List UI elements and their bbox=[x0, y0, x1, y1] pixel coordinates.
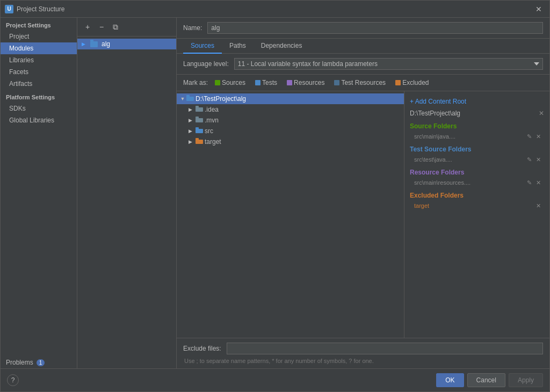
resource-folders-section: Resource Folders src\main\resources.... … bbox=[404, 165, 549, 188]
excluded-folder-icons: ✕ bbox=[534, 202, 542, 209]
apply-button[interactable]: Apply bbox=[509, 373, 543, 387]
main-split: ▼ D:\TestProject\alg ▶ bbox=[177, 91, 549, 338]
content-root-panel: + Add Content Root D:\TestProject\alg ✕ … bbox=[404, 91, 549, 338]
excluded-folder-path: target bbox=[414, 202, 534, 209]
sources-dot bbox=[215, 80, 220, 85]
root-folder-icon bbox=[186, 95, 194, 101]
bottom-section: Exclude files: Use ; to separate name pa… bbox=[177, 338, 549, 368]
svg-rect-8 bbox=[196, 140, 203, 144]
language-level-label: Language level: bbox=[183, 60, 229, 68]
tree-item-src[interactable]: ▶ src bbox=[177, 126, 404, 136]
sidebar-item-project[interactable]: Project bbox=[1, 31, 77, 42]
file-tree-panel: ▼ D:\TestProject\alg ▶ bbox=[177, 91, 404, 338]
module-folder-icon bbox=[90, 41, 98, 47]
svg-rect-9 bbox=[196, 138, 199, 140]
mark-test-resources-button[interactable]: Test Resources bbox=[331, 78, 388, 88]
excluded-folder-entry: target ✕ bbox=[410, 201, 544, 210]
svg-rect-6 bbox=[196, 129, 203, 133]
exclude-hint: Use ; to separate name patterns, * for a… bbox=[184, 358, 543, 364]
exclude-files-input[interactable] bbox=[227, 343, 543, 354]
resource-folder-icons: ✎ ✕ bbox=[525, 179, 542, 186]
mark-sources-button[interactable]: Sources bbox=[212, 78, 248, 88]
dialog-footer: ? OK Cancel Apply bbox=[1, 368, 549, 391]
resource-folder-edit-button[interactable]: ✎ bbox=[525, 179, 533, 186]
remove-content-root-button[interactable]: ✕ bbox=[539, 110, 544, 117]
tree-item-target[interactable]: ▶ target bbox=[177, 136, 404, 147]
sidebar-item-artifacts[interactable]: Artifacts bbox=[1, 78, 77, 90]
add-module-button[interactable]: + bbox=[82, 21, 93, 33]
test-source-folder-remove-button[interactable]: ✕ bbox=[534, 156, 542, 163]
src-arrow: ▶ bbox=[186, 128, 194, 134]
copy-module-button[interactable]: ⧉ bbox=[110, 21, 121, 33]
name-label: Name: bbox=[183, 24, 202, 32]
src-folder-icon bbox=[196, 127, 203, 133]
tab-sources[interactable]: Sources bbox=[183, 39, 222, 54]
main-content: Project Settings Project Modules Librari… bbox=[1, 18, 549, 368]
close-button[interactable]: ✕ bbox=[532, 3, 545, 16]
excluded-folder-remove-button[interactable]: ✕ bbox=[534, 202, 542, 209]
sidebar-item-libraries[interactable]: Libraries bbox=[1, 54, 77, 66]
source-folder-remove-button[interactable]: ✕ bbox=[534, 133, 542, 140]
dialog-title: Project Structure bbox=[17, 5, 532, 13]
target-arrow: ▶ bbox=[186, 139, 194, 144]
mark-as-row: Mark as: Sources Tests Resources Test Re… bbox=[177, 75, 549, 91]
svg-rect-2 bbox=[196, 107, 203, 112]
help-button[interactable]: ? bbox=[7, 374, 19, 386]
mvn-arrow: ▶ bbox=[186, 118, 194, 123]
tree-item-mvn[interactable]: ▶ .mvn bbox=[177, 115, 404, 126]
test-source-folder-edit-button[interactable]: ✎ bbox=[525, 156, 533, 163]
svg-rect-5 bbox=[196, 117, 199, 119]
sidebar-item-global-libraries[interactable]: Global Libraries bbox=[1, 114, 77, 126]
language-level-select[interactable]: 11 - Local variable syntax for lambda pa… bbox=[234, 58, 543, 70]
language-level-row: Language level: 11 - Local variable synt… bbox=[177, 54, 549, 75]
source-folder-icons: ✎ ✕ bbox=[525, 133, 542, 140]
module-item-alg[interactable]: ▶ alg bbox=[77, 39, 176, 49]
cancel-button[interactable]: Cancel bbox=[467, 373, 505, 387]
svg-rect-0 bbox=[186, 97, 194, 101]
name-input[interactable] bbox=[207, 22, 543, 34]
tests-dot bbox=[255, 80, 260, 85]
test-source-folder-icons: ✎ ✕ bbox=[525, 156, 542, 163]
sidebar-item-sdks[interactable]: SDKs bbox=[1, 103, 77, 114]
source-folders-title: Source Folders bbox=[410, 122, 544, 130]
project-structure-dialog: U Project Structure ✕ Project Settings P… bbox=[0, 0, 550, 392]
remove-module-button[interactable]: − bbox=[96, 21, 107, 33]
excluded-folders-title: Excluded Folders bbox=[410, 192, 544, 199]
sidebar: Project Settings Project Modules Librari… bbox=[1, 18, 77, 368]
resource-folder-remove-button[interactable]: ✕ bbox=[534, 179, 542, 186]
sidebar-item-facets[interactable]: Facets bbox=[1, 66, 77, 78]
test-source-folders-section: Test Source Folders src\test\java.... ✎ … bbox=[404, 142, 549, 165]
resource-folder-path: src\main\resources.... bbox=[414, 179, 525, 186]
idea-folder-icon bbox=[196, 106, 203, 112]
right-panel: Name: Sources Paths Dependencies Languag… bbox=[177, 18, 549, 368]
tab-paths[interactable]: Paths bbox=[222, 39, 254, 54]
resource-folder-entry: src\main\resources.... ✎ ✕ bbox=[410, 178, 544, 187]
test-resources-dot bbox=[334, 80, 339, 85]
resource-folders-title: Resource Folders bbox=[410, 169, 544, 176]
mark-as-label: Mark as: bbox=[183, 79, 208, 86]
idea-arrow: ▶ bbox=[186, 107, 194, 112]
svg-rect-1 bbox=[186, 95, 190, 97]
svg-rect-7 bbox=[196, 127, 199, 129]
source-folders-section: Source Folders src\main\java.... ✎ ✕ bbox=[404, 119, 549, 142]
sidebar-item-problems[interactable]: Problems 1 bbox=[1, 357, 77, 368]
tree-root-arrow: ▼ bbox=[179, 96, 186, 101]
excluded-dot bbox=[395, 80, 401, 85]
tree-root-item[interactable]: ▼ D:\TestProject\alg bbox=[177, 93, 404, 104]
add-content-root-button[interactable]: + Add Content Root bbox=[404, 96, 549, 107]
exclude-files-label: Exclude files: bbox=[183, 345, 221, 352]
source-folder-entry: src\main\java.... ✎ ✕ bbox=[410, 132, 544, 141]
title-bar: U Project Structure ✕ bbox=[1, 1, 549, 18]
tree-item-idea[interactable]: ▶ .idea bbox=[177, 104, 404, 115]
mark-resources-button[interactable]: Resources bbox=[284, 78, 327, 88]
sidebar-item-modules[interactable]: Modules bbox=[1, 42, 77, 54]
content-root-path-row: D:\TestProject\alg ✕ bbox=[404, 107, 549, 119]
source-folder-edit-button[interactable]: ✎ bbox=[525, 133, 533, 140]
ok-button[interactable]: OK bbox=[436, 373, 464, 387]
mark-excluded-button[interactable]: Excluded bbox=[393, 78, 431, 88]
tabs-row: Sources Paths Dependencies bbox=[177, 39, 549, 54]
mvn-folder-icon bbox=[196, 117, 203, 122]
test-source-folder-path: src\test\java.... bbox=[414, 156, 525, 163]
tab-dependencies[interactable]: Dependencies bbox=[254, 39, 310, 54]
mark-tests-button[interactable]: Tests bbox=[252, 78, 280, 88]
